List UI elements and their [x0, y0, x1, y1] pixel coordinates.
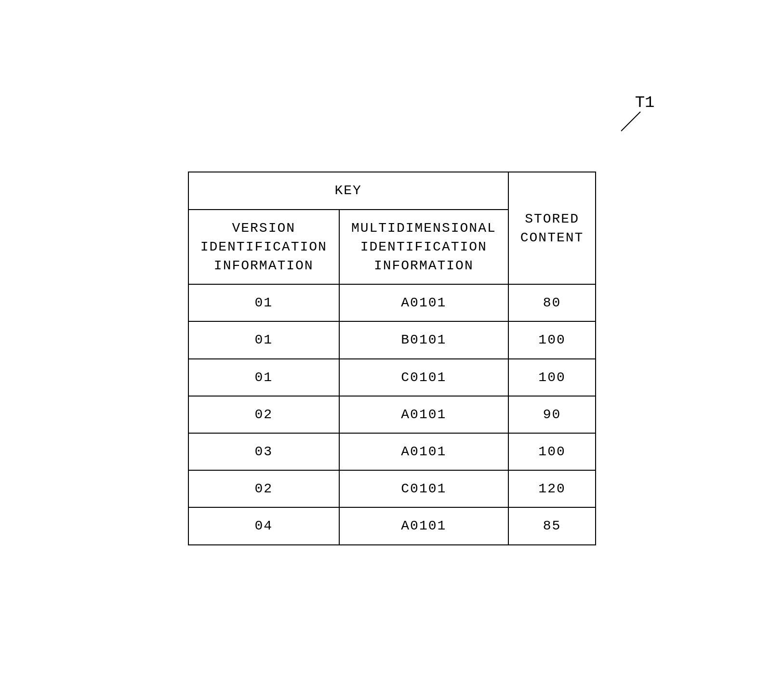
stored-cell: 100 — [508, 321, 596, 358]
stored-cell: 100 — [508, 433, 596, 470]
table-row: 03A0101100 — [188, 433, 596, 470]
version-cell: 02 — [188, 396, 339, 433]
arrow-icon — [611, 109, 650, 133]
version-cell: 01 — [188, 359, 339, 396]
stored-cell: 120 — [508, 470, 596, 507]
version-cell: 01 — [188, 284, 339, 321]
stored-cell: 100 — [508, 359, 596, 396]
table-row: 04A010185 — [188, 507, 596, 544]
multi-cell: C0101 — [339, 470, 508, 507]
multi-cell: A0101 — [339, 396, 508, 433]
multi-cell: A0101 — [339, 284, 508, 321]
table-row: 01A010180 — [188, 284, 596, 321]
main-table: KEY STORED CONTENT VERSIONIDENTIFICATION… — [188, 172, 597, 545]
page-container: T1 KEY STORED CONTENT VERSIONIDENTIFICAT… — [55, 55, 730, 633]
svg-line-0 — [621, 112, 640, 131]
stored-content-header: STORED CONTENT — [508, 172, 596, 284]
version-cell: 02 — [188, 470, 339, 507]
version-cell: 03 — [188, 433, 339, 470]
multi-cell: B0101 — [339, 321, 508, 358]
version-cell: 01 — [188, 321, 339, 358]
version-id-header: VERSIONIDENTIFICATIONINFORMATION — [188, 210, 339, 285]
multi-id-header: MULTIDIMENSIONALIDENTIFICATIONINFORMATIO… — [339, 210, 508, 285]
key-header: KEY — [188, 172, 508, 209]
multi-cell: A0101 — [339, 507, 508, 544]
stored-cell: 85 — [508, 507, 596, 544]
table-row: 02C0101120 — [188, 470, 596, 507]
table-row: 02A010190 — [188, 396, 596, 433]
version-cell: 04 — [188, 507, 339, 544]
multi-cell: A0101 — [339, 433, 508, 470]
multi-cell: C0101 — [339, 359, 508, 396]
table-row: 01C0101100 — [188, 359, 596, 396]
stored-cell: 80 — [508, 284, 596, 321]
stored-cell: 90 — [508, 396, 596, 433]
table-row: 01B0101100 — [188, 321, 596, 358]
